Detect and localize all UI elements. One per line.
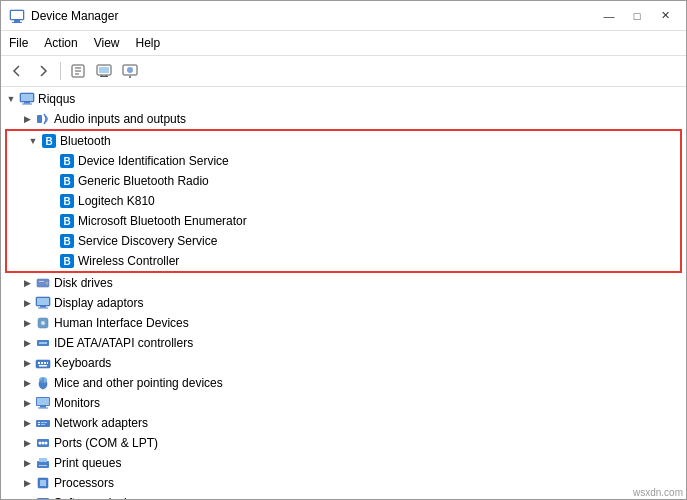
properties-icon bbox=[70, 63, 86, 79]
display-expand-icon: ▶ bbox=[19, 295, 35, 311]
svg-rect-3 bbox=[11, 11, 23, 19]
svg-rect-26 bbox=[40, 306, 46, 308]
ide-label: IDE ATA/ATAPI controllers bbox=[54, 336, 193, 350]
svg-rect-45 bbox=[38, 408, 48, 409]
menu-view[interactable]: View bbox=[86, 33, 128, 53]
keyboards-icon bbox=[35, 355, 51, 371]
svg-point-29 bbox=[41, 321, 45, 325]
bt-icon-4: B bbox=[60, 214, 74, 228]
svg-rect-50 bbox=[41, 424, 45, 425]
svg-point-52 bbox=[39, 442, 42, 445]
software-label: Software devices bbox=[54, 496, 145, 499]
audio-label: Audio inputs and outputs bbox=[54, 112, 186, 126]
scan-button[interactable] bbox=[118, 59, 142, 83]
svg-rect-44 bbox=[40, 406, 46, 408]
print-expand-icon: ▶ bbox=[19, 455, 35, 471]
device-id-label: Device Identification Service bbox=[78, 154, 229, 168]
toolbar-separator bbox=[60, 62, 61, 80]
tree-item-ide[interactable]: ▶ IDE ATA/ATAPI controllers bbox=[1, 333, 686, 353]
disk-expand-icon: ▶ bbox=[19, 275, 35, 291]
tree-item-wireless[interactable]: B Wireless Controller bbox=[7, 251, 680, 271]
disk-icon bbox=[35, 275, 51, 291]
wireless-label: Wireless Controller bbox=[78, 254, 179, 268]
tree-item-mice[interactable]: ▶ Mice and other pointing devices bbox=[1, 373, 686, 393]
software-icon bbox=[35, 495, 51, 499]
menu-help[interactable]: Help bbox=[128, 33, 169, 53]
tree-item-ports[interactable]: ▶ Ports (COM & LPT) bbox=[1, 433, 686, 453]
tree-item-print[interactable]: ▶ Print queues bbox=[1, 453, 686, 473]
display-label: Display adaptors bbox=[54, 296, 143, 310]
svg-rect-48 bbox=[38, 424, 40, 425]
tree-item-ms-bt[interactable]: B Microsoft Bluetooth Enumerator bbox=[7, 211, 680, 231]
tree-root[interactable]: ▼ Riqqus bbox=[1, 89, 686, 109]
svg-point-14 bbox=[127, 67, 133, 73]
svg-rect-17 bbox=[21, 94, 33, 101]
tree-item-disk[interactable]: ▶ Disk drives bbox=[1, 273, 686, 293]
ide-expand-icon: ▶ bbox=[19, 335, 35, 351]
disk-label: Disk drives bbox=[54, 276, 113, 290]
bluetooth-label: Bluetooth bbox=[60, 134, 111, 148]
update-button[interactable] bbox=[92, 59, 116, 83]
bluetooth-group: ▼ B Bluetooth B Device Identification Se… bbox=[5, 129, 682, 273]
hid-label: Human Interface Devices bbox=[54, 316, 189, 330]
svg-rect-1 bbox=[14, 20, 20, 22]
computer-icon bbox=[19, 91, 35, 107]
menu-file[interactable]: File bbox=[1, 33, 36, 53]
back-button[interactable] bbox=[5, 59, 29, 83]
minimize-button[interactable]: — bbox=[596, 6, 622, 26]
title-bar-left: Device Manager bbox=[9, 8, 118, 24]
tree-item-software[interactable]: ▶ Software devices bbox=[1, 493, 686, 499]
svg-rect-57 bbox=[39, 465, 47, 466]
svg-rect-10 bbox=[100, 76, 108, 77]
tree-item-bluetooth[interactable]: ▼ B Bluetooth bbox=[7, 131, 680, 151]
svg-rect-46 bbox=[36, 420, 50, 427]
forward-button[interactable] bbox=[31, 59, 55, 83]
tree-item-keyboards[interactable]: ▶ Keyboards bbox=[1, 353, 686, 373]
tree-item-svc-discovery[interactable]: B Service Discovery Service bbox=[7, 231, 680, 251]
svg-rect-32 bbox=[36, 360, 50, 368]
maximize-button[interactable]: □ bbox=[624, 6, 650, 26]
tree-item-display[interactable]: ▶ Display adaptors bbox=[1, 293, 686, 313]
mice-icon bbox=[35, 375, 51, 391]
tree-item-network[interactable]: ▶ Network adapters bbox=[1, 413, 686, 433]
svg-rect-56 bbox=[39, 458, 47, 462]
menu-action[interactable]: Action bbox=[36, 33, 85, 53]
audio-expand-icon: ▶ bbox=[19, 111, 35, 127]
svg-rect-9 bbox=[99, 67, 109, 73]
svg-rect-49 bbox=[41, 422, 47, 423]
tree-item-processors[interactable]: ▶ Processors bbox=[1, 473, 686, 493]
scan-icon bbox=[122, 63, 138, 79]
svg-rect-23 bbox=[39, 281, 44, 282]
software-expand-icon: ▶ bbox=[19, 495, 35, 499]
svg-rect-25 bbox=[37, 298, 49, 305]
svg-point-22 bbox=[46, 282, 49, 285]
tree-view[interactable]: ▼ Riqqus ▶ bbox=[1, 87, 686, 499]
logitech-label: Logitech K810 bbox=[78, 194, 155, 208]
tree-item-monitors[interactable]: ▶ Monitors bbox=[1, 393, 686, 413]
back-icon bbox=[9, 63, 25, 79]
app-icon bbox=[9, 8, 25, 24]
tree-item-device-id[interactable]: B Device Identification Service bbox=[7, 151, 680, 171]
print-icon bbox=[35, 455, 51, 471]
display-icon bbox=[35, 295, 51, 311]
forward-icon bbox=[35, 63, 51, 79]
svg-rect-60 bbox=[37, 498, 49, 499]
ports-icon bbox=[35, 435, 51, 451]
bt-icon: B bbox=[42, 134, 56, 148]
bt-icon-5: B bbox=[60, 234, 74, 248]
tree-item-generic-bt[interactable]: B Generic Bluetooth Radio bbox=[7, 171, 680, 191]
properties-button[interactable] bbox=[66, 59, 90, 83]
ports-label: Ports (COM & LPT) bbox=[54, 436, 158, 450]
tree-item-logitech[interactable]: B Logitech K810 bbox=[7, 191, 680, 211]
tree-item-audio[interactable]: ▶ Audio inputs and outputs bbox=[1, 109, 686, 129]
root-expand-icon: ▼ bbox=[3, 91, 19, 107]
bt-icon-6: B bbox=[60, 254, 74, 268]
svg-point-54 bbox=[45, 442, 48, 445]
svg-rect-35 bbox=[44, 362, 46, 364]
close-button[interactable]: ✕ bbox=[652, 6, 678, 26]
bt-child-icon-5: B bbox=[59, 233, 75, 249]
svg-rect-47 bbox=[38, 422, 40, 423]
hid-icon bbox=[35, 315, 51, 331]
content-area: ▼ Riqqus ▶ bbox=[1, 87, 686, 499]
tree-item-hid[interactable]: ▶ Human Interface Devices bbox=[1, 313, 686, 333]
